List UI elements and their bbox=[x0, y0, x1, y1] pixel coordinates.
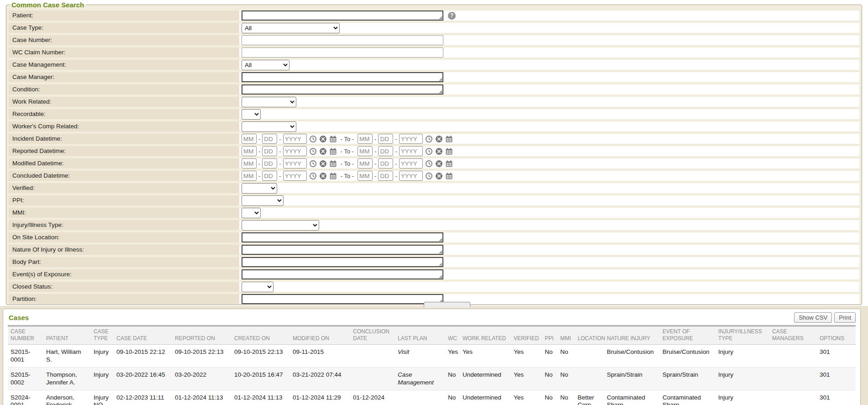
condition-input[interactable] bbox=[242, 84, 443, 95]
calendar-icon[interactable] bbox=[329, 135, 337, 143]
ppi-label: PPI: bbox=[9, 195, 239, 205]
clear-icon[interactable] bbox=[319, 160, 327, 168]
calendar-icon[interactable] bbox=[329, 172, 337, 180]
calendar-icon[interactable] bbox=[329, 147, 337, 155]
incident-to-month-input[interactable] bbox=[358, 134, 373, 144]
concluded-to-month-input[interactable] bbox=[358, 171, 373, 181]
modified-from-month-input[interactable] bbox=[242, 158, 257, 168]
incident-to-year-input[interactable] bbox=[399, 134, 423, 144]
reported-to-month-input[interactable] bbox=[358, 146, 373, 156]
table-row[interactable]: S2015-0002 Thompson, Jennifer A. Injury … bbox=[8, 367, 856, 390]
reported-to-day-input[interactable] bbox=[378, 146, 393, 156]
col-verified: VERIFIED bbox=[511, 326, 542, 345]
clock-icon[interactable] bbox=[309, 160, 317, 168]
col-conclusion-date: CONCLUSION DATE bbox=[350, 326, 395, 345]
clock-icon[interactable] bbox=[309, 172, 317, 180]
modified-to-day-input[interactable] bbox=[378, 158, 393, 168]
modified-from-day-input[interactable] bbox=[262, 158, 277, 168]
clock-icon[interactable] bbox=[425, 172, 433, 180]
injury-illness-type-select[interactable] bbox=[242, 220, 319, 231]
concluded-to-year-input[interactable] bbox=[399, 171, 423, 181]
concluded-to-day-input[interactable] bbox=[378, 171, 393, 181]
incident-from-day-input[interactable] bbox=[262, 134, 277, 144]
table-row[interactable]: S2024-0001 Anderson, Frederick Injury NO… bbox=[8, 390, 856, 405]
clear-icon[interactable] bbox=[319, 147, 327, 155]
concluded-from-year-input[interactable] bbox=[283, 171, 307, 181]
patient-input-box bbox=[242, 11, 443, 21]
clock-icon[interactable] bbox=[425, 147, 433, 155]
clock-icon[interactable] bbox=[425, 160, 433, 168]
closed-status-label: Closed Status: bbox=[9, 282, 239, 292]
table-row[interactable]: S2015-0001 Hart, William S. Injury 09-10… bbox=[8, 345, 856, 368]
col-case-date: CASE DATE bbox=[114, 326, 172, 345]
events-of-exposure-input[interactable] bbox=[242, 269, 443, 279]
cell-last-plan bbox=[395, 390, 445, 405]
cell-wc: Yes bbox=[445, 345, 460, 368]
clipped-button[interactable] bbox=[424, 302, 470, 307]
clear-icon[interactable] bbox=[319, 135, 327, 143]
workers-comp-related-select[interactable] bbox=[242, 121, 296, 132]
case-manager-input[interactable] bbox=[242, 72, 443, 82]
injury-illness-type-label: Injury/Illness Type: bbox=[9, 220, 239, 230]
closed-status-select[interactable] bbox=[242, 282, 274, 292]
clock-icon[interactable] bbox=[309, 147, 317, 155]
condition-label: Condition: bbox=[9, 84, 239, 95]
reported-from-day-input[interactable] bbox=[262, 146, 277, 156]
print-button[interactable]: Print bbox=[834, 312, 856, 323]
clear-icon[interactable] bbox=[435, 135, 443, 143]
on-site-location-input[interactable] bbox=[242, 232, 443, 242]
recordable-select[interactable] bbox=[242, 109, 261, 120]
wc-claim-number-input[interactable] bbox=[242, 47, 443, 58]
form-row-closed-status: Closed Status: bbox=[9, 282, 859, 292]
incident-from-month-input[interactable] bbox=[242, 134, 257, 144]
clock-icon[interactable] bbox=[425, 135, 433, 143]
col-injury-illness-type: INJURY/ILLNESS TYPE bbox=[715, 326, 769, 345]
clock-icon[interactable] bbox=[309, 135, 317, 143]
case-management-label: Case Management: bbox=[9, 60, 239, 70]
cell-options: 301 bbox=[817, 367, 856, 390]
reported-from-year-input[interactable] bbox=[283, 146, 307, 156]
calendar-icon[interactable] bbox=[445, 135, 453, 143]
partition-input[interactable] bbox=[242, 294, 443, 304]
concluded-from-month-input[interactable] bbox=[242, 171, 257, 181]
concluded-from-day-input[interactable] bbox=[262, 171, 277, 181]
cell-last-plan: Case Management bbox=[395, 367, 445, 390]
ppi-select[interactable] bbox=[242, 195, 284, 206]
calendar-icon[interactable] bbox=[445, 147, 453, 155]
col-location: LOCATION bbox=[575, 326, 604, 345]
calendar-icon[interactable] bbox=[329, 160, 337, 168]
incident-from-year-input[interactable] bbox=[283, 134, 307, 144]
verified-select[interactable] bbox=[242, 183, 277, 194]
cell-nature-injury: Bruise/Contusion bbox=[604, 345, 660, 368]
clear-icon[interactable] bbox=[435, 160, 443, 168]
work-related-select[interactable] bbox=[242, 97, 296, 107]
cell-reported-on: 01-12-2024 11:13 bbox=[172, 390, 231, 405]
clear-icon[interactable] bbox=[319, 172, 327, 180]
case-number-input[interactable] bbox=[242, 35, 443, 45]
cell-location: Better Corp bbox=[575, 390, 604, 405]
cell-modified-on: 03-21-2022 07:44 bbox=[290, 367, 350, 390]
modified-to-month-input[interactable] bbox=[358, 158, 373, 168]
clear-icon[interactable] bbox=[435, 172, 443, 180]
modified-from-year-input[interactable] bbox=[283, 158, 307, 168]
clear-icon[interactable] bbox=[435, 147, 443, 155]
reported-to-year-input[interactable] bbox=[399, 146, 423, 156]
calendar-icon[interactable] bbox=[445, 160, 453, 168]
cases-table-header-row: CASE NUMBER PATIENT CASE TYPE CASE DATE … bbox=[8, 326, 856, 345]
case-type-select[interactable]: All bbox=[242, 23, 340, 33]
patient-input[interactable] bbox=[242, 11, 443, 21]
date-separator: - bbox=[374, 136, 376, 142]
show-csv-button[interactable]: Show CSV bbox=[794, 312, 832, 323]
case-management-select[interactable]: All bbox=[242, 60, 289, 70]
modified-to-year-input[interactable] bbox=[399, 158, 423, 168]
col-wc: WC bbox=[445, 326, 460, 345]
help-icon[interactable]: ? bbox=[448, 12, 456, 20]
col-last-plan: LAST PLAN bbox=[395, 326, 445, 345]
mmi-select[interactable] bbox=[242, 208, 261, 218]
body-part-input[interactable] bbox=[242, 257, 443, 267]
reported-from-month-input[interactable] bbox=[242, 146, 257, 156]
calendar-icon[interactable] bbox=[445, 172, 453, 180]
cell-work-related: Undetermined bbox=[460, 367, 511, 390]
incident-to-day-input[interactable] bbox=[378, 134, 393, 144]
nature-of-injury-input[interactable] bbox=[242, 245, 443, 255]
